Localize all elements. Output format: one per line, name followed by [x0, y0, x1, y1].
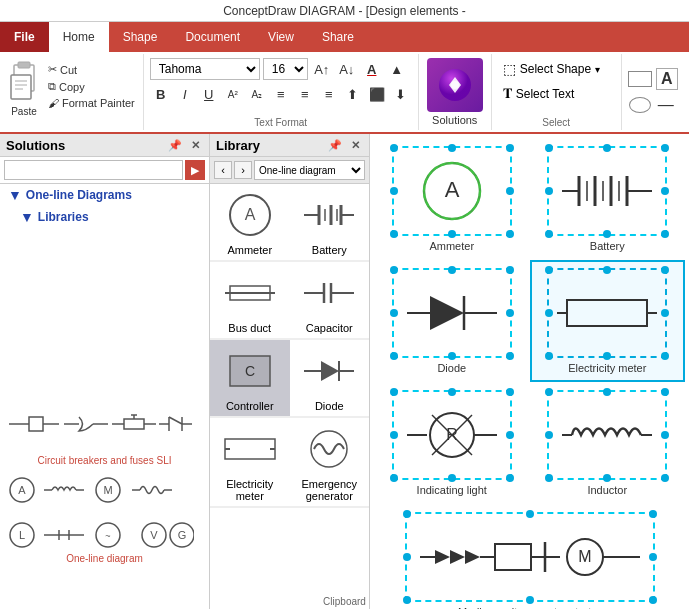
tree-item-one-line[interactable]: ▼ One-line Diagrams — [0, 184, 209, 206]
handle-ammeter-bm[interactable] — [448, 230, 456, 238]
cut-button[interactable]: ✂ Cut — [46, 62, 137, 77]
handle-ammeter-tm[interactable] — [448, 144, 456, 152]
handle-ammeter-tr[interactable] — [506, 144, 514, 152]
font-shrink-button[interactable]: A↓ — [336, 58, 358, 80]
align-center-button[interactable]: ≡ — [294, 83, 316, 105]
handle-ind-bl[interactable] — [545, 474, 553, 482]
handle-diode-mr[interactable] — [506, 309, 514, 317]
paste-button-area[interactable]: Paste — [6, 58, 42, 117]
handle-ammeter-tl[interactable] — [390, 144, 398, 152]
align-top-button[interactable]: ⬆ — [342, 83, 364, 105]
handle-ind-br[interactable] — [661, 474, 669, 482]
handle-mv-tr[interactable] — [649, 510, 657, 518]
handle-ammeter-br[interactable] — [506, 230, 514, 238]
shape-card-indicating-light[interactable]: R Indicating light — [374, 382, 530, 504]
handle-mv-ml[interactable] — [403, 553, 411, 561]
handle-ind-bm[interactable] — [603, 474, 611, 482]
handle-il-bm[interactable] — [448, 474, 456, 482]
text-fill-button[interactable]: ▲ — [386, 58, 408, 80]
lib-next-button[interactable]: › — [234, 161, 252, 179]
handle-diode-br[interactable] — [506, 352, 514, 360]
tab-home[interactable]: Home — [49, 22, 109, 52]
tab-view[interactable]: View — [254, 22, 308, 52]
handle-il-tr[interactable] — [506, 388, 514, 396]
font-name-select[interactable]: Tahoma — [150, 58, 260, 80]
handle-mv-br[interactable] — [649, 596, 657, 604]
shape-card-battery[interactable]: Battery — [530, 138, 686, 260]
handle-il-tm[interactable] — [448, 388, 456, 396]
handle-diode-tl[interactable] — [390, 266, 398, 274]
handle-battery-mr[interactable] — [661, 187, 669, 195]
font-grow-button[interactable]: A↑ — [311, 58, 333, 80]
library-pin-button[interactable]: 📌 — [327, 137, 343, 153]
panel-close-button[interactable]: ✕ — [187, 137, 203, 153]
handle-battery-tm[interactable] — [603, 144, 611, 152]
superscript-button[interactable]: A² — [222, 83, 244, 105]
handle-diode-tr[interactable] — [506, 266, 514, 274]
bold-button[interactable]: B — [150, 83, 172, 105]
handle-battery-tr[interactable] — [661, 144, 669, 152]
shape-card-inductor[interactable]: Inductor — [530, 382, 686, 504]
handle-elec-tr[interactable] — [661, 266, 669, 274]
handle-battery-br[interactable] — [661, 230, 669, 238]
handle-mv-tl[interactable] — [403, 510, 411, 518]
tab-file[interactable]: File — [0, 22, 49, 52]
library-close-button[interactable]: ✕ — [347, 137, 363, 153]
handle-mv-bl[interactable] — [403, 596, 411, 604]
handle-elec-br[interactable] — [661, 352, 669, 360]
lib-item-diode[interactable]: Diode — [290, 340, 370, 417]
handle-battery-bl[interactable] — [545, 230, 553, 238]
subscript-button[interactable]: A₂ — [246, 83, 268, 105]
shape-card-diode[interactable]: Diode — [374, 260, 530, 382]
tree-item-libraries[interactable]: ▼ Libraries — [0, 206, 209, 228]
align-bottom-button[interactable]: ⬇ — [390, 83, 412, 105]
shape-card-elec-meter[interactable]: Electricity meter — [530, 260, 686, 382]
solutions-search-input[interactable] — [4, 160, 183, 180]
lib-item-capacitor[interactable]: Capacitor — [290, 262, 370, 339]
handle-elec-bl[interactable] — [545, 352, 553, 360]
lib-item-emerg-gen[interactable]: Emergency generator — [290, 418, 370, 507]
line-shape-button[interactable]: — — [655, 94, 677, 116]
lib-item-battery[interactable]: Battery — [290, 184, 370, 261]
search-go-button[interactable]: ▶ — [185, 160, 205, 180]
handle-il-br[interactable] — [506, 474, 514, 482]
handle-mv-bm[interactable] — [526, 596, 534, 604]
handle-elec-tm[interactable] — [603, 266, 611, 274]
align-middle-button[interactable]: ⬛ — [366, 83, 388, 105]
lib-item-controller[interactable]: C Controller — [210, 340, 290, 417]
lib-prev-button[interactable]: ‹ — [214, 161, 232, 179]
handle-il-mr[interactable] — [506, 431, 514, 439]
tab-document[interactable]: Document — [171, 22, 254, 52]
handle-elec-ml[interactable] — [545, 309, 553, 317]
handle-il-ml[interactable] — [390, 431, 398, 439]
handle-battery-tl[interactable] — [545, 144, 553, 152]
copy-button[interactable]: ⧉ Copy — [46, 79, 137, 94]
ellipse-shape-button[interactable] — [629, 97, 651, 113]
handle-ammeter-ml[interactable] — [390, 187, 398, 195]
align-left-button[interactable]: ≡ — [270, 83, 292, 105]
tab-share[interactable]: Share — [308, 22, 368, 52]
handle-elec-bm[interactable] — [603, 352, 611, 360]
handle-ind-tl[interactable] — [545, 388, 553, 396]
rect-shape-button[interactable] — [628, 71, 652, 87]
handle-ammeter-bl[interactable] — [390, 230, 398, 238]
shape-card-ammeter[interactable]: A Ammeter — [374, 138, 530, 260]
align-right-button[interactable]: ≡ — [318, 83, 340, 105]
format-painter-button[interactable]: 🖌 Format Painter — [46, 96, 137, 110]
handle-battery-bm[interactable] — [603, 230, 611, 238]
handle-elec-mr[interactable] — [661, 309, 669, 317]
italic-button[interactable]: I — [174, 83, 196, 105]
font-color-button[interactable]: A — [361, 58, 383, 80]
font-size-select[interactable]: 16 — [263, 58, 308, 80]
handle-elec-tl[interactable] — [545, 266, 553, 274]
paste-icon[interactable] — [6, 58, 42, 106]
handle-ind-mr[interactable] — [661, 431, 669, 439]
lib-item-ammeter[interactable]: A Ammeter — [210, 184, 290, 261]
handle-mv-tm[interactable] — [526, 510, 534, 518]
handle-diode-tm[interactable] — [448, 266, 456, 274]
select-shape-button[interactable]: ⬚ Select Shape ▾ — [498, 58, 615, 80]
handle-ind-tr[interactable] — [661, 388, 669, 396]
handle-diode-ml[interactable] — [390, 309, 398, 317]
solutions-button[interactable] — [427, 58, 483, 112]
lib-item-busduct[interactable]: Bus duct — [210, 262, 290, 339]
